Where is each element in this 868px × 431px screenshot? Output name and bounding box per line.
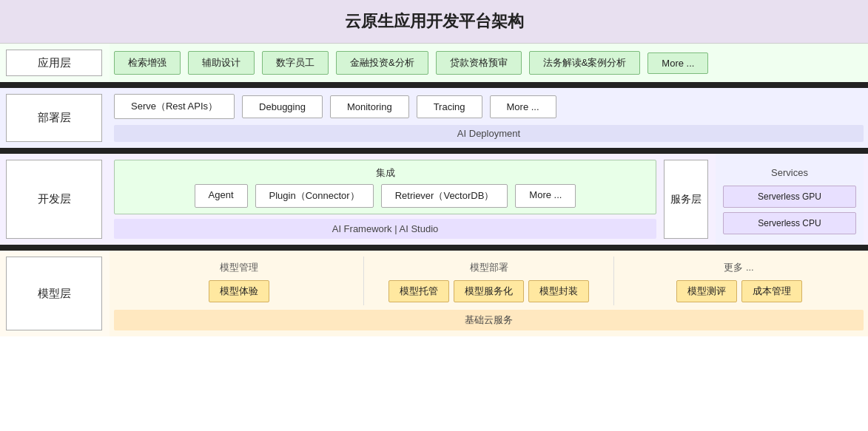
model-section-items-1: 模型托管 模型服务化 模型封装 <box>369 280 609 302</box>
deploy-item-more[interactable]: More ... <box>490 95 556 118</box>
app-item-search[interactable]: 检索增强 <box>114 51 181 75</box>
model-section-0: 模型管理 模型体验 <box>114 257 364 305</box>
deploy-layer-content: Serve（Rest APIs） Debugging Monitoring Tr… <box>110 88 868 148</box>
deploy-layer-row: 部署层 Serve（Rest APIs） Debugging Monitorin… <box>0 88 868 148</box>
deploy-item-monitoring[interactable]: Monitoring <box>330 95 409 118</box>
model-section-1: 模型部署 模型托管 模型服务化 模型封装 <box>364 257 614 305</box>
app-item-more[interactable]: More ... <box>647 52 708 74</box>
dev-layer-label: 开发层 <box>6 160 102 239</box>
integration-retriever[interactable]: Retriever（VectorDB） <box>381 184 508 208</box>
deploy-item-serve[interactable]: Serve（Rest APIs） <box>114 94 235 119</box>
deploy-item-debug[interactable]: Debugging <box>242 95 323 118</box>
model-item-21[interactable]: 成本管理 <box>741 280 802 302</box>
app-layer-label: 应用层 <box>6 50 102 76</box>
page-title: 云原生应用开发平台架构 <box>0 0 868 44</box>
app-item-finance[interactable]: 金融投资&分析 <box>336 51 428 75</box>
deploy-layer-label: 部署层 <box>6 94 102 142</box>
main-container: 云原生应用开发平台架构 应用层 检索增强 辅助设计 数字员工 金融投资&分析 贷… <box>0 0 868 431</box>
model-top: 模型管理 模型体验 模型部署 模型托管 模型服务化 模型封装 更多 <box>114 257 864 305</box>
dev-layer-row: 开发层 集成 Agent Plugin（Connector） Retriever… <box>0 154 868 245</box>
deploy-item-tracing[interactable]: Tracing <box>417 95 482 118</box>
integration-title: 集成 <box>122 166 648 180</box>
app-item-design[interactable]: 辅助设计 <box>188 51 255 75</box>
services-area: 服务层 Services Serverless GPU Serverless C… <box>661 154 868 245</box>
integration-more[interactable]: More ... <box>515 184 576 208</box>
model-layer-content: 模型管理 模型体验 模型部署 模型托管 模型服务化 模型封装 更多 <box>110 251 868 336</box>
integration-items: Agent Plugin（Connector） Retriever（Vector… <box>122 184 648 208</box>
model-section-items-0: 模型体验 <box>118 280 359 302</box>
model-section-items-2: 模型测评 成本管理 <box>619 280 859 302</box>
services-title: Services <box>723 164 856 181</box>
model-layer-row: 模型层 模型管理 模型体验 模型部署 模型托管 模型服务化 模型封装 <box>0 251 868 336</box>
model-section-title-0: 模型管理 <box>118 259 359 277</box>
model-item-11[interactable]: 模型服务化 <box>454 280 524 302</box>
model-item-12[interactable]: 模型封装 <box>528 280 589 302</box>
divider-3 <box>0 245 868 251</box>
dev-main-area: 集成 Agent Plugin（Connector） Retriever（Vec… <box>110 154 868 245</box>
integration-agent[interactable]: Agent <box>195 184 248 208</box>
divider-1 <box>0 82 868 88</box>
app-layer-content: 检索增强 辅助设计 数字员工 金融投资&分析 贷款资格预审 法务解读&案例分析 … <box>110 44 868 82</box>
model-item-20[interactable]: 模型测评 <box>676 280 737 302</box>
service-serverless-cpu[interactable]: Serverless CPU <box>723 212 856 234</box>
model-base: 基础云服务 <box>114 310 864 330</box>
divider-2 <box>0 148 868 154</box>
integration-plugin[interactable]: Plugin（Connector） <box>255 184 374 208</box>
model-item-00[interactable]: 模型体验 <box>209 280 269 302</box>
app-item-digital[interactable]: 数字员工 <box>262 51 329 75</box>
service-serverless-gpu[interactable]: Serverless GPU <box>723 186 856 208</box>
dev-sub: AI Framework | AI Studio <box>114 219 656 239</box>
model-section-2: 更多 ... 模型测评 成本管理 <box>614 257 864 305</box>
model-section-title-1: 模型部署 <box>369 259 609 277</box>
services-panel: Services Serverless GPU Serverless CPU <box>716 154 864 245</box>
dev-content: 集成 Agent Plugin（Connector） Retriever（Vec… <box>110 154 661 245</box>
model-section-title-2: 更多 ... <box>619 259 859 277</box>
integration-box: 集成 Agent Plugin（Connector） Retriever（Vec… <box>114 160 656 214</box>
app-items: 检索增强 辅助设计 数字员工 金融投资&分析 贷款资格预审 法务解读&案例分析 … <box>114 51 864 75</box>
deploy-sub: AI Deployment <box>114 125 864 142</box>
model-item-10[interactable]: 模型托管 <box>388 280 449 302</box>
deploy-items: Serve（Rest APIs） Debugging Monitoring Tr… <box>114 94 864 119</box>
app-item-loan[interactable]: 贷款资格预审 <box>436 51 522 75</box>
app-layer-row: 应用层 检索增强 辅助设计 数字员工 金融投资&分析 贷款资格预审 法务解读&案… <box>0 44 868 82</box>
model-layer-label: 模型层 <box>6 257 102 330</box>
app-item-legal[interactable]: 法务解读&案例分析 <box>529 51 641 75</box>
services-layer-label: 服务层 <box>664 160 708 239</box>
